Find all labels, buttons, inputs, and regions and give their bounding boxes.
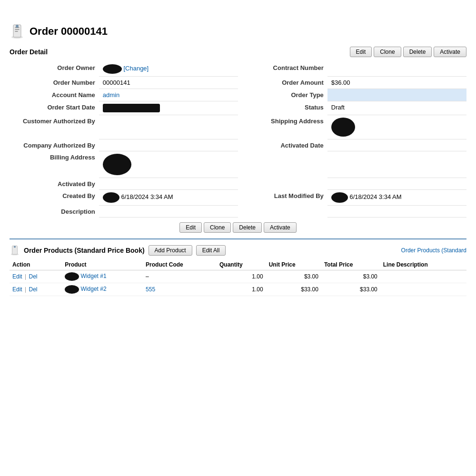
- product-link[interactable]: Widget #1: [81, 273, 107, 279]
- shipping-address-value: [327, 115, 466, 139]
- del-row-link[interactable]: Del: [29, 286, 37, 293]
- last-modified-label: Last Modified By: [238, 190, 327, 206]
- billing-address-value: [99, 151, 238, 178]
- action-separator: |: [23, 273, 28, 280]
- change-link[interactable]: [Change]: [123, 65, 149, 72]
- products-title-group: Order Products (Standard Price Book) Add…: [10, 245, 226, 256]
- table-row: Order Number 00000141 Order Amount $36.0…: [10, 77, 466, 89]
- activate-button-bottom[interactable]: Activate: [264, 222, 297, 233]
- col-product-code: Product Code: [143, 259, 217, 270]
- customer-authorized-label: Customer Authorized By: [10, 115, 99, 139]
- product-link[interactable]: Widget #2: [81, 286, 107, 292]
- table-row: Customer Authorized By Shipping Address: [10, 115, 466, 139]
- description-value: [99, 206, 238, 218]
- row-quantity: 1.00: [217, 283, 266, 296]
- company-authorized-label: Company Authorized By: [10, 139, 99, 151]
- section-title: Order Detail: [10, 48, 48, 56]
- add-product-button[interactable]: Add Product: [149, 245, 192, 256]
- edit-button-top[interactable]: Edit: [350, 47, 372, 57]
- row-total-price: $33.00: [321, 283, 380, 296]
- row-product-code: –: [143, 270, 217, 283]
- top-button-group: Edit Clone Delete Activate: [350, 47, 466, 57]
- redacted-product: [65, 272, 79, 281]
- edit-all-button[interactable]: Edit All: [196, 245, 226, 256]
- col-unit-price: Unit Price: [266, 259, 321, 270]
- created-by-value: 6/18/2024 3:34 AM: [99, 190, 238, 206]
- svg-point-3: [14, 246, 16, 248]
- clone-button-top[interactable]: Clone: [374, 47, 401, 57]
- col-line-description: Line Description: [380, 259, 466, 270]
- edit-row-link[interactable]: Edit: [12, 273, 22, 280]
- page-title: Order 00000141: [30, 25, 108, 38]
- customer-authorized-value: [99, 115, 238, 139]
- description-label: Description: [10, 206, 99, 218]
- action-separator: |: [23, 286, 28, 293]
- row-product: Widget #1: [62, 270, 143, 283]
- activated-date-label: Activated Date: [238, 139, 327, 151]
- table-row: Edit | Del Widget #25551.00$33.00$33.00: [10, 283, 466, 296]
- activated-date-value: [327, 139, 466, 151]
- company-authorized-value: [99, 139, 238, 151]
- order-amount-label: Order Amount: [238, 77, 327, 89]
- account-name-label: Account Name: [10, 89, 99, 101]
- redacted-owner: [103, 64, 122, 74]
- bottom-button-group: Edit Clone Delete Activate: [10, 222, 466, 233]
- last-modified-value: 6/18/2024 3:34 AM: [327, 190, 466, 206]
- products-title: Order Products (Standard Price Book): [24, 247, 145, 254]
- products-table: Action Product Product Code Quantity Uni…: [10, 259, 466, 296]
- order-number-value: 00000141: [99, 77, 238, 89]
- bottom-buttons: Edit Clone Delete Activate: [10, 222, 466, 233]
- section-header: Order Detail Edit Clone Delete Activate: [10, 47, 466, 57]
- contract-number-label: Contract Number: [238, 62, 327, 77]
- table-header-row: Action Product Product Code Quantity Uni…: [10, 259, 466, 270]
- order-owner-value: [Change]: [99, 62, 238, 77]
- redacted-modified: [331, 192, 348, 203]
- table-row: Edit | Del Widget #1–1.00$3.00$3.00: [10, 270, 466, 283]
- edit-row-link[interactable]: Edit: [12, 286, 22, 293]
- row-action: Edit | Del: [10, 270, 62, 283]
- page-header: Order 00000141: [10, 24, 466, 39]
- table-row: Order Start Date Status Draft: [10, 101, 466, 115]
- status-label: Status: [238, 101, 327, 115]
- col-total-price: Total Price: [321, 259, 380, 270]
- order-start-date-value: [99, 101, 238, 115]
- table-row: Activated By: [10, 178, 466, 190]
- order-detail-section: Order Detail Edit Clone Delete Activate …: [10, 47, 466, 233]
- billing-address-label: Billing Address: [10, 151, 99, 178]
- clone-button-bottom[interactable]: Clone: [204, 222, 231, 233]
- delete-button-top[interactable]: Delete: [403, 47, 432, 57]
- table-row: Description: [10, 206, 466, 218]
- redacted-date: [103, 104, 160, 112]
- last-modified-date: 6/18/2024 3:34 AM: [349, 193, 401, 200]
- order-products-section: Order Products (Standard Price Book) Add…: [10, 245, 466, 296]
- row-product: Widget #2: [62, 283, 143, 296]
- row-line-description: [380, 270, 466, 283]
- edit-button-bottom[interactable]: Edit: [179, 222, 202, 233]
- row-line-description: [380, 283, 466, 296]
- col-action: Action: [10, 259, 62, 270]
- svg-point-1: [16, 25, 19, 28]
- delete-button-bottom[interactable]: Delete: [233, 222, 262, 233]
- order-owner-label: Order Owner: [10, 62, 99, 77]
- order-start-date-label: Order Start Date: [10, 101, 99, 115]
- redacted-created: [103, 192, 119, 203]
- products-icon: [10, 245, 20, 256]
- order-products-link[interactable]: Order Products (Standard: [401, 247, 466, 254]
- status-value: Draft: [327, 101, 466, 115]
- shipping-address-label: Shipping Address: [238, 115, 327, 139]
- account-name-value: admin: [99, 89, 238, 101]
- created-by-label: Created By: [10, 190, 99, 206]
- created-by-date: 6/18/2024 3:34 AM: [121, 193, 173, 200]
- activate-button-top[interactable]: Activate: [434, 47, 466, 57]
- del-row-link[interactable]: Del: [29, 273, 37, 280]
- order-number-label: Order Number: [10, 77, 99, 89]
- account-name-link[interactable]: admin: [103, 91, 119, 99]
- product-code-link[interactable]: 555: [146, 286, 155, 293]
- table-row: Billing Address: [10, 151, 466, 178]
- table-row: Created By 6/18/2024 3:34 AM Last Modifi…: [10, 190, 466, 206]
- row-total-price: $3.00: [321, 270, 380, 283]
- order-amount-value: $36.00: [327, 77, 466, 89]
- activated-by-label: Activated By: [10, 178, 99, 190]
- redacted-billing: [103, 154, 131, 175]
- order-type-label: Order Type: [238, 89, 327, 101]
